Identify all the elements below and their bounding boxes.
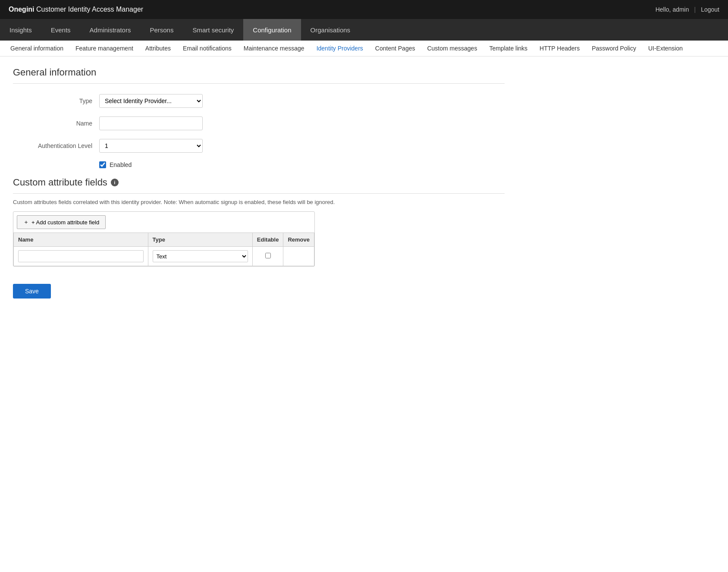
auth-level-row: Authentication Level 1 2 3 4 — [13, 139, 505, 153]
row-name-cell — [14, 247, 148, 266]
user-greeting: Hello, admin — [656, 6, 689, 13]
sub-nav: General information Feature management A… — [0, 41, 728, 57]
nav-item-smart-security[interactable]: Smart security — [183, 19, 243, 41]
table-header: Name Type Editable Remove — [14, 233, 314, 247]
table-body: Text Number Date Boolean — [14, 247, 314, 266]
name-input[interactable] — [99, 116, 203, 130]
general-info-title: General information — [13, 67, 505, 84]
row-type-select[interactable]: Text Number Date Boolean — [153, 250, 248, 262]
subnav-http-headers[interactable]: HTTP Headers — [533, 41, 586, 56]
row-remove-cell — [283, 247, 314, 266]
subnav-password-policy[interactable]: Password Policy — [586, 41, 642, 56]
logout-link[interactable]: Logout — [701, 6, 719, 13]
auth-level-label: Authentication Level — [13, 142, 99, 149]
subnav-feature-management[interactable]: Feature management — [69, 41, 139, 56]
row-type-cell: Text Number Date Boolean — [148, 247, 252, 266]
nav-item-persons[interactable]: Persons — [140, 19, 183, 41]
col-header-type: Type — [148, 233, 252, 247]
custom-attr-table-container: ＋ + Add custom attribute field Name Type… — [13, 211, 315, 267]
type-row: Type Select Identity Provider... SAML Op… — [13, 94, 505, 108]
row-name-input[interactable] — [18, 250, 144, 262]
col-header-remove: Remove — [283, 233, 314, 247]
name-label: Name — [13, 120, 99, 127]
subnav-attributes[interactable]: Attributes — [139, 41, 177, 56]
subnav-template-links[interactable]: Template links — [483, 41, 533, 56]
nav-item-insights[interactable]: Insights — [0, 19, 41, 41]
save-section: Save — [13, 280, 505, 303]
add-icon: ＋ — [23, 218, 29, 226]
main-nav: Insights Events Administrators Persons S… — [0, 19, 728, 41]
brand-subtitle: Customer Identity Access Manager — [35, 6, 144, 13]
custom-attr-title-text: Custom attribute fields — [13, 177, 107, 188]
custom-attr-description: Custom attributes fields correlated with… — [13, 199, 505, 205]
enabled-label: Enabled — [110, 161, 132, 168]
col-header-editable: Editable — [252, 233, 283, 247]
nav-item-configuration[interactable]: Configuration — [243, 19, 301, 41]
nav-item-administrators[interactable]: Administrators — [80, 19, 141, 41]
subnav-custom-messages[interactable]: Custom messages — [421, 41, 483, 56]
subnav-ui-extension[interactable]: UI-Extension — [642, 41, 689, 56]
top-bar: Onegini Customer Identity Access Manager… — [0, 0, 728, 19]
subnav-email-notifications[interactable]: Email notifications — [177, 41, 238, 56]
info-icon[interactable]: i — [111, 179, 119, 186]
subnav-general-information[interactable]: General information — [4, 41, 69, 56]
save-button[interactable]: Save — [13, 284, 51, 299]
custom-attr-title: Custom attribute fields i — [13, 177, 505, 194]
subnav-maintenance-message[interactable]: Maintenance message — [238, 41, 311, 56]
add-custom-attribute-label: + Add custom attribute field — [31, 219, 99, 226]
row-editable-checkbox[interactable] — [265, 253, 271, 258]
brand-name: Onegini — [9, 6, 35, 13]
brand: Onegini Customer Identity Access Manager — [9, 6, 143, 13]
enabled-row: Enabled — [99, 161, 505, 168]
nav-item-events[interactable]: Events — [41, 19, 80, 41]
col-header-name: Name — [14, 233, 148, 247]
table-header-row: Name Type Editable Remove — [14, 233, 314, 247]
add-custom-attribute-button[interactable]: ＋ + Add custom attribute field — [17, 215, 106, 229]
divider: | — [694, 6, 696, 13]
name-row: Name — [13, 116, 505, 130]
type-select[interactable]: Select Identity Provider... SAML OpenID … — [99, 94, 203, 108]
content-area: General information Type Select Identity… — [0, 57, 518, 313]
nav-item-organisations[interactable]: Organisations — [301, 19, 360, 41]
type-label: Type — [13, 97, 99, 104]
user-area: Hello, admin | Logout — [656, 6, 719, 13]
custom-attr-table: Name Type Editable Remove Text Number — [13, 233, 314, 266]
subnav-content-pages[interactable]: Content Pages — [369, 41, 421, 56]
row-editable-cell — [252, 247, 283, 266]
enabled-checkbox[interactable] — [99, 161, 106, 168]
subnav-identity-providers[interactable]: Identity Providers — [311, 41, 369, 56]
table-row: Text Number Date Boolean — [14, 247, 314, 266]
auth-level-select[interactable]: 1 2 3 4 — [99, 139, 203, 153]
